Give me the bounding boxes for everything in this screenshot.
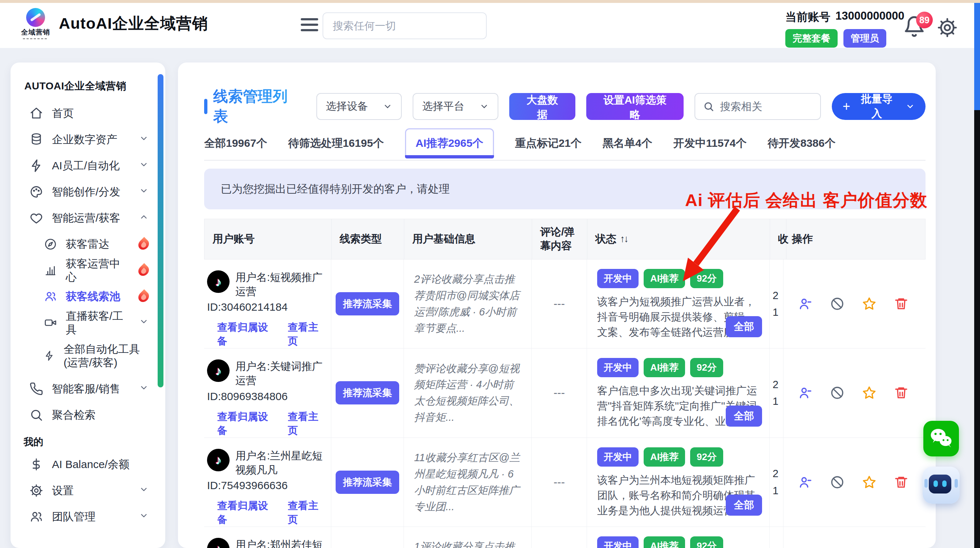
tab-all[interactable]: 全部19967个 (204, 136, 267, 151)
sidebar-item-aggregate-search[interactable]: 聚合检索 (20, 402, 156, 428)
sidebar-item-digital-assets[interactable]: 企业数字资产 (20, 126, 156, 153)
chevron-down-icon (139, 317, 149, 329)
global-search-input[interactable] (333, 20, 477, 32)
view-device-link[interactable]: 查看归属设备 (217, 410, 273, 438)
status-cell: 开发中 AI推荐 92分 客户信息中多次出现'关键词推广运营''抖音矩阵系统''… (587, 349, 770, 437)
status-badge-ai-recommended: AI推荐 (644, 358, 685, 377)
settings-button[interactable] (937, 18, 958, 38)
view-device-link[interactable]: 查看归属设备 (217, 320, 273, 348)
sidebar-item-smart-service-sales[interactable]: 智能客服/销售 (20, 376, 156, 402)
blacklist-button[interactable] (830, 296, 845, 311)
star-button[interactable] (862, 386, 877, 400)
table-row: ♪ 用户名:短视频推广运营 ID:30460214184 查看归属设备 查看主页… (204, 260, 926, 349)
view-homepage-link[interactable]: 查看主页 (288, 499, 325, 527)
list-search[interactable] (695, 93, 821, 120)
lead-type-badge: 推荐流采集 (336, 381, 399, 405)
lead-type-cell: 推荐流采集 (331, 438, 404, 527)
home-icon (29, 107, 43, 120)
page-scrollbar-thumb[interactable] (974, 3, 980, 110)
users-icon (44, 290, 57, 303)
page-title: 线索管理列表 (213, 86, 301, 126)
chevron-down-icon (479, 102, 489, 111)
sidebar-item-lead-pool[interactable]: 获客线索池 (20, 284, 156, 310)
sidebar-item-team-management[interactable]: 团队管理 (20, 504, 156, 530)
plus-icon: + (843, 100, 850, 113)
title-accent-bar (204, 99, 207, 114)
page-scrollbar[interactable] (974, 3, 980, 548)
brand: 全域营销 AutoAI企业全域营销 (20, 8, 208, 39)
remove-user-button[interactable] (798, 386, 813, 400)
sidebar-item-lead-radar[interactable]: 获客雷达 (20, 231, 156, 257)
role-badge: 管理员 (843, 29, 886, 48)
bar-chart-icon (44, 264, 57, 277)
star-button[interactable] (862, 296, 877, 311)
star-button[interactable] (862, 475, 877, 489)
compass-icon (44, 238, 57, 251)
notifications-button[interactable]: 89 (903, 15, 928, 41)
sidebar-item-smart-operation[interactable]: 智能运营/获客 (20, 205, 156, 231)
view-device-link[interactable]: 查看归属设备 (217, 499, 273, 527)
platform-select[interactable]: 选择平台 (413, 93, 498, 120)
user-info-cell: 2评论收藏分享点击推荐贵阳市@同城实体店运营/陈虎威 · 6小时前章节要点... (404, 260, 532, 348)
remove-user-button[interactable] (798, 475, 813, 489)
sidebar-item-ai-balance[interactable]: AI Balance/余额 (20, 451, 156, 478)
device-select[interactable]: 选择设备 (317, 93, 402, 120)
video-camera-icon (44, 316, 57, 329)
lead-type-badge: 推荐流采集 (336, 471, 399, 494)
delete-button[interactable] (894, 296, 908, 311)
operations-cell (783, 438, 926, 527)
show-all-button[interactable]: 全部 (726, 316, 762, 337)
logo-text: 全域营销 (21, 28, 50, 37)
global-search[interactable] (323, 12, 487, 39)
col-status[interactable]: 状态 ↑↓ (587, 219, 770, 259)
show-all-button[interactable]: 全部 (726, 406, 762, 427)
show-all-button[interactable]: 全部 (726, 495, 762, 516)
window-top-border (0, 0, 980, 3)
database-icon (29, 133, 43, 147)
sidebar-item-ai-staff[interactable]: AI员工/自动化 (20, 153, 156, 179)
tab-developing[interactable]: 开发中11574个 (673, 136, 747, 151)
ai-strategy-button[interactable]: 设置AI筛选策略 (586, 93, 684, 120)
status-badge-developing: 开发中 (597, 447, 639, 467)
dashboard-data-button[interactable]: 大盘数据 (509, 93, 575, 120)
sidebar-scrollbar[interactable] (158, 74, 164, 387)
user-name: 用户名:短视频推广运营 (235, 270, 325, 299)
sort-icon[interactable]: ↑↓ (620, 233, 628, 245)
delete-button[interactable] (894, 386, 908, 400)
table-row: ♪ 用户名:关键词推广运营 ID:80969384806 查看归属设备 查看主页… (204, 349, 926, 438)
operations-cell (783, 260, 926, 348)
user-name: 用户名:关键词推广运营 (235, 359, 325, 388)
tab-ai-recommended[interactable]: AI推荐2965个 (405, 128, 494, 158)
douyin-avatar-icon: ♪ (207, 359, 229, 382)
view-homepage-link[interactable]: 查看主页 (288, 320, 325, 348)
tab-pending-filter[interactable]: 待筛选处理16195个 (288, 136, 383, 151)
tab-key-marked[interactable]: 重点标记21个 (515, 136, 582, 151)
menu-hamburger-icon[interactable] (301, 18, 318, 31)
sidebar-item-home[interactable]: 首页 (20, 100, 156, 126)
sidebar-item-settings[interactable]: 设置 (20, 478, 156, 504)
sidebar-item-live-tools[interactable]: 直播获客/工具 (20, 310, 156, 336)
tab-blacklist[interactable]: 黑名单4个 (603, 136, 652, 151)
score-badge: 92分 (690, 536, 723, 548)
chevron-down-icon (139, 511, 149, 523)
list-search-input[interactable] (720, 101, 812, 113)
gear-icon (29, 484, 43, 497)
fire-icon (139, 239, 149, 250)
sidebar-item-all-automation-tools[interactable]: 全部自动化工具 (运营/获客) (20, 336, 156, 376)
remove-user-button[interactable] (798, 296, 813, 311)
search-icon (703, 101, 714, 112)
blacklist-button[interactable] (830, 386, 845, 400)
batch-import-button[interactable]: + 批量导入 (832, 93, 926, 120)
table-row: ♪ 用户名:郑州若佳短视频运营 ID:87577515226 查看归属设备 查看… (204, 527, 926, 548)
view-homepage-link[interactable]: 查看主页 (288, 410, 325, 438)
sidebar-item-smart-creation[interactable]: 智能创作/分发 (20, 179, 156, 205)
chevron-down-icon (139, 484, 149, 497)
lightning-icon (29, 159, 43, 173)
score-badge: 92分 (690, 269, 723, 288)
sidebar-item-lead-operation-center[interactable]: 获客运营中心 (20, 257, 156, 284)
delete-button[interactable] (894, 475, 908, 489)
blacklist-button[interactable] (830, 475, 845, 489)
wechat-contact-button[interactable] (923, 421, 959, 456)
ai-assistant-button[interactable] (923, 467, 960, 504)
tab-to-develop[interactable]: 待开发8386个 (767, 136, 835, 151)
